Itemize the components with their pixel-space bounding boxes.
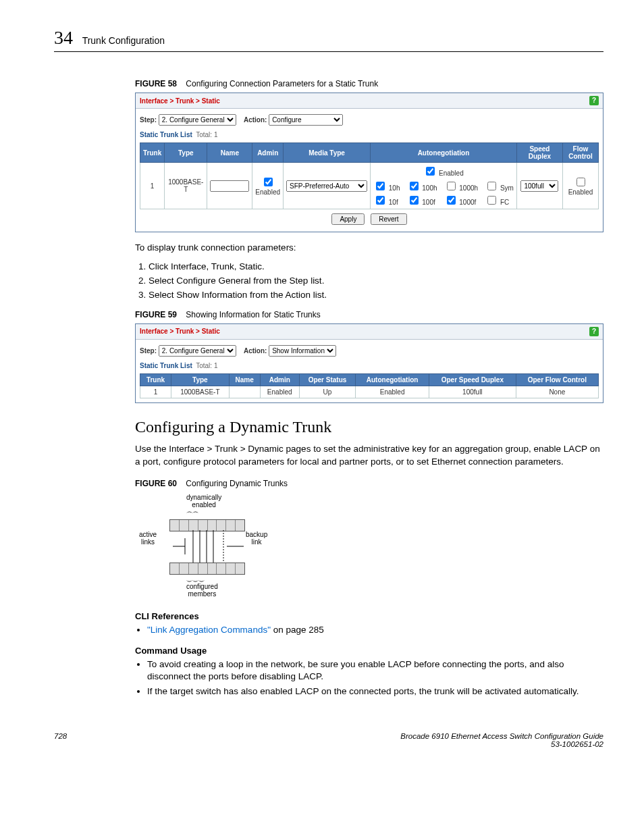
step-label: Step: — [140, 347, 157, 355]
revert-button[interactable] — [371, 213, 406, 225]
dyn-para: Use the Interface > Trunk > Dynamic page… — [135, 443, 603, 469]
speed-select[interactable]: 100full — [520, 180, 558, 192]
cap-fc[interactable]: FC — [485, 194, 514, 207]
cell-flow: Enabled — [562, 163, 598, 209]
th-trunk: Trunk — [140, 373, 171, 386]
switch-bottom-icon — [169, 563, 245, 575]
step-item: Select Show Information from the Action … — [149, 290, 603, 300]
figure60-caption: FIGURE 60 Configuring Dynamic Trunks — [135, 479, 603, 488]
media-select[interactable]: SFP-Preferred-Auto — [286, 180, 367, 192]
cell-speed: 100full — [429, 386, 516, 398]
link-suffix: on page 285 — [271, 625, 324, 635]
lbl-active: active links — [139, 531, 157, 546]
th-type: Type — [171, 373, 230, 386]
trunk-table: Trunk Type Name Admin Media Type Autoneg… — [140, 142, 599, 209]
list-title: Static Trunk List — [140, 362, 192, 369]
table-row: 1 1000BASE-T Enabled Up Enabled 100full … — [140, 386, 599, 398]
help-icon[interactable]: ? — [589, 96, 599, 105]
cli-heading: CLI References — [135, 611, 603, 621]
cell-type: 1000BASE-T — [165, 163, 207, 209]
th-autoneg: Autonegotiation — [371, 143, 517, 163]
lbl-dynamic: dynamically enabled — [186, 494, 221, 509]
figure59-panel: Interface > Trunk > Static ? Step: 2. Co… — [135, 323, 603, 403]
cell-trunk: 1 — [140, 386, 171, 398]
apply-button[interactable] — [331, 213, 365, 225]
figure58-title: Configuring Connection Parameters for a … — [186, 79, 378, 88]
cell-autoneg: Enabled — [356, 386, 429, 398]
autoneg-enabled[interactable]: Enabled — [423, 170, 463, 177]
flow-label: Enabled — [568, 188, 593, 196]
admin-label: Enabled — [255, 188, 280, 196]
chapter-title: Trunk Configuration — [82, 35, 165, 46]
help-icon[interactable]: ? — [589, 327, 599, 336]
cap-100h[interactable]: 100h — [407, 180, 437, 192]
admin-checkbox[interactable] — [264, 178, 273, 186]
table-header-row: Trunk Type Name Admin Oper Status Autone… — [140, 373, 599, 386]
th-trunk: Trunk — [140, 143, 165, 163]
info-table: Trunk Type Name Admin Oper Status Autone… — [140, 373, 599, 398]
section-heading: Configuring a Dynamic Trunk — [135, 418, 603, 436]
figure60-label: FIGURE 60 — [135, 479, 177, 488]
cap-1000h[interactable]: 1000h — [444, 180, 479, 192]
step-label: Step: — [140, 116, 157, 124]
list-total-label: Total: — [196, 131, 212, 138]
cell-oper: Up — [299, 386, 355, 398]
table-header-row: Trunk Type Name Admin Media Type Autoneg… — [140, 143, 599, 163]
list-total: 1 — [214, 362, 218, 369]
dynamic-trunk-diagram: dynamically enabled ⏜⏜ active links back… — [139, 494, 274, 602]
step-item: Click Interface, Trunk, Static. — [149, 261, 603, 271]
usage-item: To avoid creating a loop in the network,… — [147, 658, 603, 683]
cap-100f[interactable]: 100f — [407, 194, 437, 207]
figure58-label: FIGURE 58 — [135, 79, 177, 88]
th-admin: Admin — [252, 143, 284, 163]
breadcrumb: Interface > Trunk > Static — [140, 328, 220, 335]
list-total-label: Total: — [196, 362, 212, 369]
flow-checkbox[interactable] — [576, 178, 585, 186]
cap-10h[interactable]: 10h — [373, 180, 400, 192]
table-row: 1 1000BASE-T Enabled SFP-Preferred-Auto … — [140, 163, 599, 209]
th-speed: Speed Duplex — [516, 143, 562, 163]
th-type: Type — [165, 143, 207, 163]
cap-sym[interactable]: Sym — [485, 180, 514, 192]
footer-docnum: 53-1002651-02 — [551, 740, 603, 748]
step-select[interactable]: 2. Configure General — [159, 345, 236, 357]
controls-row: Step: 2. Configure General Action: Confi… — [140, 114, 599, 126]
cap-1000f[interactable]: 1000f — [444, 194, 479, 207]
cell-trunk: 1 — [140, 163, 165, 209]
chapter-number: 34 — [54, 27, 73, 48]
action-select[interactable]: Configure — [269, 114, 343, 126]
th-name: Name — [229, 373, 260, 386]
action-select[interactable]: Show Information — [269, 345, 336, 357]
footer-book: Brocade 6910 Ethernet Access Switch Conf… — [400, 732, 603, 740]
link-aggregation-link[interactable]: "Link Aggregation Commands" — [147, 625, 271, 635]
steps-list: Click Interface, Trunk, Static. Select C… — [149, 261, 603, 300]
page-footer: 728 Brocade 6910 Ethernet Access Switch … — [54, 732, 603, 748]
breadcrumb: Interface > Trunk > Static — [140, 97, 220, 105]
page-header: 34 Trunk Configuration — [54, 27, 603, 52]
usage-item: If the target switch has also enabled LA… — [147, 685, 603, 698]
step-select[interactable]: 2. Configure General — [159, 114, 236, 126]
autoneg-enabled-checkbox[interactable] — [426, 167, 435, 176]
footer-page: 728 — [54, 732, 67, 748]
name-input[interactable] — [210, 180, 249, 192]
usage-heading: Command Usage — [135, 646, 603, 656]
cli-link-item: "Link Aggregation Commands" on page 285 — [147, 624, 603, 636]
th-media: Media Type — [284, 143, 371, 163]
cap-10f[interactable]: 10f — [373, 194, 400, 207]
usage-list: To avoid creating a loop in the network,… — [147, 658, 603, 698]
th-name: Name — [207, 143, 252, 163]
intro-59: To display trunk connection parameters: — [135, 242, 603, 255]
cell-name — [229, 386, 260, 398]
step-item: Select Configure General from the Step l… — [149, 276, 603, 286]
links-icon — [166, 530, 247, 563]
figure59-label: FIGURE 59 — [135, 310, 177, 319]
th-autoneg: Autonegotiation — [356, 373, 429, 386]
th-admin: Admin — [260, 373, 299, 386]
cell-admin: Enabled — [252, 163, 284, 209]
action-label: Action: — [244, 347, 267, 355]
cell-type: 1000BASE-T — [171, 386, 230, 398]
figure58-panel: Interface > Trunk > Static ? Step: 2. Co… — [135, 93, 603, 232]
lbl-backup: backup link — [246, 531, 267, 546]
figure60-title: Configuring Dynamic Trunks — [186, 479, 288, 488]
list-total: 1 — [214, 131, 218, 138]
